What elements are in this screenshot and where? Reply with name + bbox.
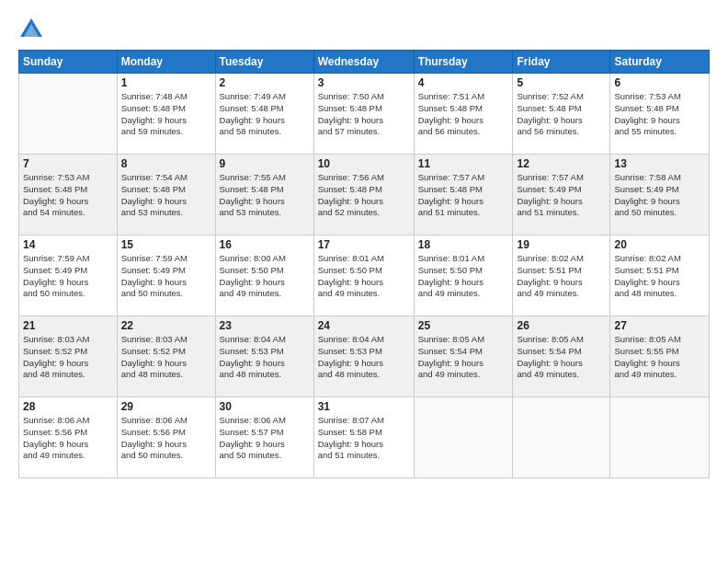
day-number: 26 (517, 319, 606, 332)
day-info: Sunrise: 7:49 AMSunset: 5:48 PMDaylight:… (220, 91, 310, 138)
sunset-text: Sunset: 5:48 PM (614, 103, 678, 113)
calendar-cell: 30Sunrise: 8:06 AMSunset: 5:57 PMDayligh… (215, 397, 313, 478)
sunrise-text: Sunrise: 8:01 AM (418, 253, 484, 263)
sunrise-text: Sunrise: 8:02 AM (614, 253, 680, 263)
sunrise-text: Sunrise: 7:48 AM (121, 91, 188, 101)
daylight-text2: and 59 minutes. (121, 126, 184, 136)
weekday-header-saturday: Saturday (610, 51, 710, 74)
day-number: 4 (418, 76, 509, 89)
day-info: Sunrise: 7:56 AMSunset: 5:48 PMDaylight:… (318, 172, 410, 219)
sunset-text: Sunset: 5:48 PM (418, 184, 483, 194)
daylight-text2: and 51 minutes. (318, 450, 381, 460)
sunrise-text: Sunrise: 7:51 AM (418, 91, 484, 101)
calendar-cell: 3Sunrise: 7:50 AMSunset: 5:48 PMDaylight… (313, 74, 414, 155)
sunset-text: Sunset: 5:49 PM (121, 265, 186, 275)
day-info: Sunrise: 8:02 AMSunset: 5:51 PMDaylight:… (517, 253, 606, 300)
calendar-cell: 29Sunrise: 8:06 AMSunset: 5:56 PMDayligh… (117, 397, 215, 478)
logo-icon (18, 17, 44, 42)
sunset-text: Sunset: 5:57 PM (220, 427, 284, 437)
sunset-text: Sunset: 5:53 PM (220, 346, 284, 356)
sunrise-text: Sunrise: 7:57 AM (418, 172, 484, 182)
header (18, 17, 710, 42)
daylight-text: Daylight: 9 hours (23, 439, 88, 449)
daylight-text: Daylight: 9 hours (220, 277, 285, 287)
sunset-text: Sunset: 5:48 PM (23, 184, 87, 194)
daylight-text2: and 56 minutes. (517, 126, 579, 136)
sunrise-text: Sunrise: 7:53 AM (23, 172, 89, 182)
day-number: 10 (318, 157, 410, 170)
sunrise-text: Sunrise: 7:52 AM (517, 91, 583, 101)
daylight-text2: and 49 minutes. (517, 369, 579, 379)
sunrise-text: Sunrise: 7:53 AM (614, 91, 680, 101)
daylight-text: Daylight: 9 hours (318, 358, 383, 368)
sunset-text: Sunset: 5:50 PM (220, 265, 284, 275)
day-number: 27 (614, 319, 705, 332)
sunrise-text: Sunrise: 8:06 AM (121, 415, 188, 425)
sunset-text: Sunset: 5:56 PM (23, 427, 87, 437)
sunrise-text: Sunrise: 7:57 AM (517, 172, 583, 182)
daylight-text: Daylight: 9 hours (517, 277, 582, 287)
calendar-cell: 20Sunrise: 8:02 AMSunset: 5:51 PMDayligh… (610, 236, 710, 316)
sunset-text: Sunset: 5:49 PM (23, 265, 87, 275)
calendar-cell: 23Sunrise: 8:04 AMSunset: 5:53 PMDayligh… (215, 316, 313, 397)
calendar-cell: 18Sunrise: 8:01 AMSunset: 5:50 PMDayligh… (414, 236, 513, 316)
daylight-text2: and 55 minutes. (614, 126, 677, 136)
sunrise-text: Sunrise: 8:06 AM (220, 415, 286, 425)
weekday-header-sunday: Sunday (19, 51, 118, 74)
calendar-cell: 26Sunrise: 8:05 AMSunset: 5:54 PMDayligh… (513, 316, 610, 397)
day-info: Sunrise: 8:06 AMSunset: 5:57 PMDaylight:… (220, 415, 310, 462)
day-number: 17 (318, 238, 410, 251)
sunrise-text: Sunrise: 7:50 AM (318, 91, 384, 101)
day-info: Sunrise: 8:04 AMSunset: 5:53 PMDaylight:… (318, 334, 410, 381)
sunset-text: Sunset: 5:50 PM (318, 265, 382, 275)
day-info: Sunrise: 7:53 AMSunset: 5:48 PMDaylight:… (23, 172, 113, 219)
sunset-text: Sunset: 5:48 PM (318, 103, 382, 113)
sunrise-text: Sunrise: 8:03 AM (121, 334, 188, 344)
daylight-text: Daylight: 9 hours (318, 439, 383, 449)
calendar-cell (513, 397, 610, 478)
calendar-week-row: 14Sunrise: 7:59 AMSunset: 5:49 PMDayligh… (19, 236, 710, 316)
daylight-text2: and 54 minutes. (23, 207, 85, 217)
day-number: 12 (517, 157, 606, 170)
daylight-text: Daylight: 9 hours (220, 358, 285, 368)
daylight-text: Daylight: 9 hours (220, 439, 285, 449)
daylight-text2: and 49 minutes. (418, 369, 481, 379)
daylight-text: Daylight: 9 hours (418, 277, 483, 287)
day-number: 13 (614, 157, 705, 170)
sunset-text: Sunset: 5:58 PM (318, 427, 382, 437)
sunrise-text: Sunrise: 7:55 AM (220, 172, 286, 182)
sunset-text: Sunset: 5:55 PM (614, 346, 678, 356)
daylight-text: Daylight: 9 hours (418, 196, 483, 206)
calendar-cell (414, 397, 513, 478)
daylight-text2: and 50 minutes. (23, 288, 85, 298)
daylight-text2: and 53 minutes. (220, 207, 282, 217)
daylight-text2: and 51 minutes. (517, 207, 579, 217)
daylight-text2: and 49 minutes. (418, 288, 481, 298)
daylight-text: Daylight: 9 hours (418, 358, 483, 368)
day-info: Sunrise: 7:59 AMSunset: 5:49 PMDaylight:… (23, 253, 113, 300)
day-info: Sunrise: 8:06 AMSunset: 5:56 PMDaylight:… (23, 415, 113, 462)
sunset-text: Sunset: 5:56 PM (121, 427, 186, 437)
day-number: 19 (517, 238, 606, 251)
sunset-text: Sunset: 5:49 PM (517, 184, 581, 194)
sunset-text: Sunset: 5:48 PM (121, 103, 186, 113)
weekday-header-friday: Friday (513, 51, 610, 74)
sunrise-text: Sunrise: 7:54 AM (121, 172, 188, 182)
day-number: 14 (23, 238, 113, 251)
sunrise-text: Sunrise: 8:03 AM (23, 334, 89, 344)
daylight-text2: and 49 minutes. (614, 369, 677, 379)
day-info: Sunrise: 8:05 AMSunset: 5:55 PMDaylight:… (614, 334, 705, 381)
day-number: 29 (121, 400, 211, 413)
day-number: 15 (121, 238, 211, 251)
day-info: Sunrise: 7:50 AMSunset: 5:48 PMDaylight:… (318, 91, 410, 138)
daylight-text: Daylight: 9 hours (220, 196, 285, 206)
daylight-text: Daylight: 9 hours (220, 115, 285, 125)
daylight-text: Daylight: 9 hours (614, 358, 679, 368)
calendar-cell: 31Sunrise: 8:07 AMSunset: 5:58 PMDayligh… (313, 397, 414, 478)
day-info: Sunrise: 7:48 AMSunset: 5:48 PMDaylight:… (121, 91, 211, 138)
weekday-header-monday: Monday (117, 51, 215, 74)
calendar-cell: 21Sunrise: 8:03 AMSunset: 5:52 PMDayligh… (19, 316, 118, 397)
daylight-text2: and 49 minutes. (517, 288, 579, 298)
daylight-text2: and 48 minutes. (614, 288, 677, 298)
calendar-week-row: 21Sunrise: 8:03 AMSunset: 5:52 PMDayligh… (19, 316, 710, 397)
